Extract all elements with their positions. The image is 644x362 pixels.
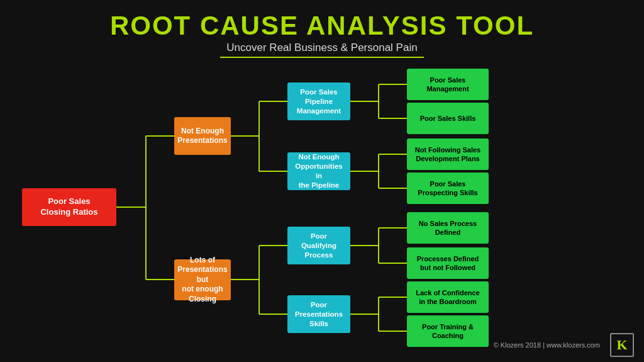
node-leaf5: No Sales ProcessDefined <box>407 212 489 244</box>
node-leaf4: Poor SalesProspecting Skills <box>407 173 489 204</box>
copyright-text: © Klozers 2018 | www.klozers.com <box>494 341 600 349</box>
node-root: Poor SalesClosing Ratios <box>22 188 116 226</box>
node-level2-bl: Poor QualifyingProcess <box>287 227 350 264</box>
page-subtitle: Uncover Real Business & Personal Pain <box>220 42 423 58</box>
node-level1-bot: Lots ofPresentations butnot enough Closi… <box>174 259 231 300</box>
klozers-logo: K <box>610 333 634 357</box>
node-level1-top: Not EnoughPresentations <box>174 117 231 155</box>
node-level2-br: Poor PresentationsSkills <box>287 295 350 333</box>
node-leaf1: Poor SalesManagement <box>407 69 489 100</box>
node-level2-tr: Not EnoughOpportunities inthe Pipeline <box>287 152 350 190</box>
node-leaf3: Not Following SalesDevelopment Plans <box>407 139 489 170</box>
main-container: ROOT CAUSE ANALYSIS TOOL Uncover Real Bu… <box>0 0 644 362</box>
diagram-area: Poor SalesClosing Ratios Not EnoughPrese… <box>17 65 627 349</box>
node-leaf8: Poor Training &Coaching <box>407 315 489 347</box>
node-level2-tl: Poor Sales PipelineManagement <box>287 82 350 120</box>
footer: © Klozers 2018 | www.klozers.com K <box>494 333 634 357</box>
header: ROOT CAUSE ANALYSIS TOOL Uncover Real Bu… <box>110 0 534 60</box>
node-leaf6: Processes Definedbut not Followed <box>407 247 489 279</box>
node-leaf2: Poor Sales Skills <box>407 103 489 134</box>
page-title: ROOT CAUSE ANALYSIS TOOL <box>110 11 534 40</box>
node-leaf7: Lack of Confidencein the Boardroom <box>407 281 489 313</box>
